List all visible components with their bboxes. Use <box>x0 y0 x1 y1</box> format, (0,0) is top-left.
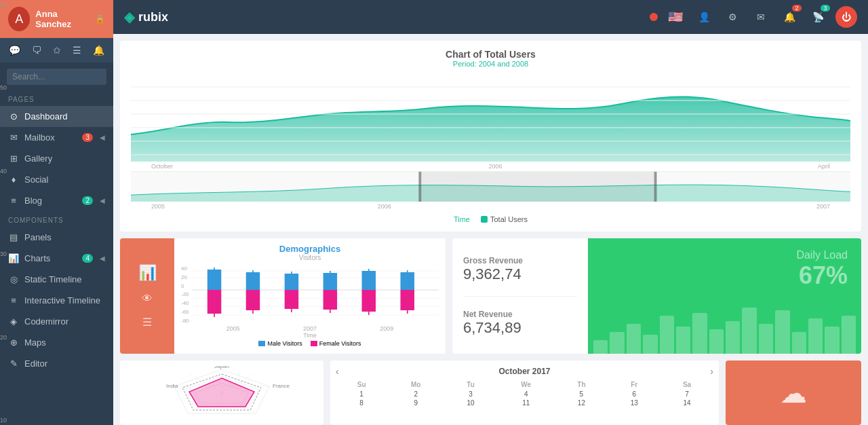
mini-bar <box>808 318 823 354</box>
cal-header-mo: Mo <box>387 380 444 390</box>
cloud-icon: ☁ <box>780 377 807 409</box>
sidebar-item-label: Static Timeline <box>24 274 82 284</box>
icon-bell[interactable]: 🔔 <box>90 43 107 57</box>
charts-badge: 4 <box>82 254 93 263</box>
female-label: Female Visitors <box>319 340 361 347</box>
search-input[interactable] <box>7 69 106 85</box>
coral-card: ☁ <box>726 361 861 425</box>
svg-rect-23 <box>284 274 298 290</box>
sidebar-item-label: Codemirror <box>24 316 68 327</box>
svg-rect-8 <box>421 172 654 202</box>
cal-day[interactable]: 3 <box>444 390 497 399</box>
mini-bar-chart <box>588 299 861 354</box>
cal-day[interactable]: 8 <box>336 399 387 407</box>
calendar-title: October 2017 <box>339 367 711 376</box>
daily-load-section: Daily Load 67% <box>796 249 848 290</box>
cal-day[interactable]: 7 <box>660 390 713 399</box>
cal-header-tu: Tu <box>444 380 497 390</box>
settings-button[interactable]: ⚙ <box>722 6 743 28</box>
cal-day[interactable]: 11 <box>497 399 555 407</box>
sidebar-item-label: Blog <box>24 196 42 206</box>
app-name: rubix <box>138 10 168 24</box>
icon-list[interactable]: ☰ <box>70 43 84 57</box>
flag-button[interactable]: 🇺🇸 <box>665 6 686 28</box>
legend-time: Time <box>454 215 470 223</box>
cal-day[interactable]: 1 <box>336 390 387 399</box>
logo-icon: ◈ <box>124 9 134 25</box>
status-indicator[interactable] <box>650 13 658 21</box>
cal-day[interactable]: 9 <box>387 399 444 407</box>
mini-bar <box>726 321 740 354</box>
chart-total-users-card: Chart of Total Users Period: 2004 and 20… <box>120 41 861 232</box>
svg-text:Japan: Japan <box>214 366 229 369</box>
mini-chart-svg <box>131 172 850 202</box>
sidebar-item-label: Maps <box>24 337 46 348</box>
calendar-grid: Su Mo Tu We Th Fr Sa 1 2 3 <box>336 380 713 407</box>
chevron-icon: ◀ <box>100 255 105 262</box>
mini-bar <box>610 332 624 354</box>
bottom-row: 📊 👁 ☰ Demographics Visitors 40 20 0 -20 … <box>120 238 861 354</box>
cal-day[interactable]: 4 <box>497 390 555 399</box>
chart-x-labels: October 2006 April <box>131 162 850 171</box>
chart-legend: Time Total Users <box>131 215 850 223</box>
icon-comment[interactable]: 🗨 <box>29 43 44 57</box>
bell-button[interactable]: 🔔 2 <box>778 6 800 28</box>
user-button[interactable]: 👤 <box>693 6 715 28</box>
sidebar-item-label: Social <box>24 174 48 185</box>
spider-svg: Japan France India <box>154 366 290 420</box>
main-content: Chart of Total Users Period: 2004 and 20… <box>113 34 868 425</box>
cal-header-sa: Sa <box>660 380 713 390</box>
revenue-left: Gross Revenue 9,362,74 Net Revenue 6,734… <box>452 238 588 354</box>
revenue-divider <box>463 296 577 297</box>
chart-total-users-subtitle: Period: 2004 and 2008 <box>131 60 850 68</box>
cal-header-th: Th <box>555 380 608 390</box>
mini-bar <box>593 340 608 354</box>
mini-bar <box>825 327 839 354</box>
cal-day[interactable]: 2 <box>387 390 444 399</box>
legend-total-users-label: Total Users <box>490 215 528 223</box>
cal-day[interactable]: 14 <box>660 399 713 407</box>
flag-icon: 🇺🇸 <box>668 10 683 24</box>
chart-mini-area <box>131 171 850 202</box>
legend-total-users: Total Users <box>481 215 528 223</box>
calendar-next-button[interactable]: › <box>710 366 713 377</box>
sidebar-item-label: Charts <box>24 253 50 263</box>
rss-badge: 3 <box>821 5 830 12</box>
mail-button[interactable]: ✉ <box>750 6 772 28</box>
mini-chart-x-labels: 2005 2006 2007 <box>131 202 850 211</box>
revenue-right: Daily Load 67% <box>588 238 861 354</box>
icon-star[interactable]: ✩ <box>50 43 64 57</box>
demo-sidebar-panel: 📊 👁 ☰ <box>120 238 174 354</box>
power-button[interactable]: ⏻ <box>835 6 857 28</box>
mini-bar <box>759 324 773 354</box>
cal-day[interactable]: 10 <box>444 399 497 407</box>
bell-badge: 2 <box>792 5 802 12</box>
revenue-card: Gross Revenue 9,362,74 Net Revenue 6,734… <box>452 238 861 354</box>
demo-chart-area: Demographics Visitors 40 20 0 -20 -40 -6… <box>174 238 446 354</box>
bottom-cards-row: Japan France India ‹ October 2017 › Su M <box>120 361 861 425</box>
rss-button[interactable]: 📡 3 <box>807 6 829 28</box>
user-name: Anna Sanchez <box>35 9 90 29</box>
cal-day[interactable]: 6 <box>608 390 660 399</box>
cal-header-fr: Fr <box>608 380 660 390</box>
svg-text:France: France <box>273 383 290 389</box>
cal-day[interactable]: 13 <box>608 399 660 407</box>
cal-day[interactable]: 12 <box>555 399 608 407</box>
demo-chart-subtitle: Visitors <box>181 254 439 261</box>
svg-rect-16 <box>207 290 220 314</box>
cal-day[interactable]: 5 <box>555 390 608 399</box>
svg-marker-46 <box>189 378 254 407</box>
svg-rect-6 <box>418 172 421 202</box>
demographics-card: 📊 👁 ☰ Demographics Visitors 40 20 0 -20 … <box>120 238 446 354</box>
chevron-icon: ◀ <box>100 197 105 204</box>
cal-header-su: Su <box>336 380 387 390</box>
sidebar-item-label: Dashboard <box>24 111 68 122</box>
calendar-card: ‹ October 2017 › Su Mo Tu We Th Fr Sa <box>330 361 719 425</box>
mailbox-badge: 3 <box>82 133 93 142</box>
chart-total-users-title: Chart of Total Users <box>131 49 850 60</box>
lock-icon: 🔒 <box>95 14 105 24</box>
main-wrapper: ◈ rubix 🇺🇸 👤 ⚙ ✉ 🔔 2 📡 3 ⏻ Chart of Tota… <box>113 0 868 425</box>
blog-badge: 2 <box>82 196 93 205</box>
mini-bar <box>709 329 724 354</box>
mini-bar <box>627 324 641 354</box>
